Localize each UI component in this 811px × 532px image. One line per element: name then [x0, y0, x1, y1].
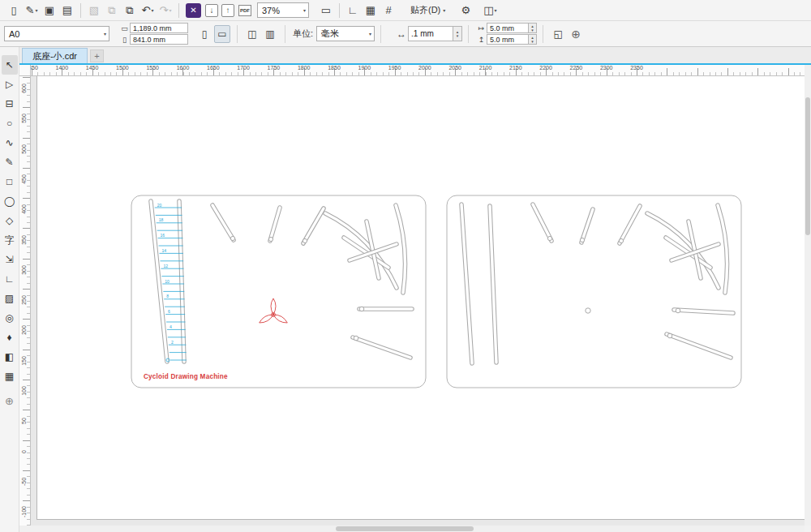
center-hole[interactable]: [586, 308, 590, 313]
vertical-scrollbar[interactable]: [805, 65, 811, 526]
treat-as-filled-button[interactable]: ◱: [550, 25, 566, 43]
duplicate-y-field[interactable]: 5.0 mm: [487, 34, 529, 45]
window-layout-button[interactable]: ◫▾: [481, 2, 499, 19]
page-height-field[interactable]: 841.0 mm: [130, 34, 188, 45]
coreldraw-window: ▯✎▾▣▤▧⧉⧉↶▾↷▾✕↓↑PDF37%▾▭∟▦#贴齐(D)▾⚙◫▾ A0 ▾…: [0, 0, 811, 532]
interactive-fill-tool[interactable]: ◧: [2, 347, 18, 367]
snap-to-select[interactable]: 贴齐(D)▾: [407, 2, 448, 19]
zoom-tool[interactable]: ○: [2, 114, 18, 133]
stepper-down-icon[interactable]: ▾: [453, 34, 461, 38]
separator: [543, 25, 543, 43]
duplicate-x-stepper[interactable]: ▴ ▾: [529, 23, 537, 33]
chevron-down-icon: ▾: [151, 7, 153, 13]
page-size-select[interactable]: A0 ▾: [4, 26, 109, 41]
svg-text:10: 10: [165, 279, 169, 284]
freehand-tool[interactable]: ∿: [2, 133, 18, 152]
app-sign-in-button[interactable]: ✕: [186, 3, 201, 18]
duplicate-y-stepper[interactable]: ▴ ▾: [529, 34, 537, 45]
publish-pdf-button[interactable]: PDF: [236, 2, 254, 19]
horizontal-scrollbar[interactable]: [19, 526, 805, 532]
ruler-tick-label: 1700: [235, 65, 251, 71]
portrait-button[interactable]: ▯: [196, 25, 212, 43]
pick-tool[interactable]: ↖: [2, 55, 18, 75]
duplicate-distance: ↦ 5.0 mm ▴ ▾ ↥ 5.0 mm ▴ ▾: [476, 23, 537, 45]
ruler-tick-label: 2250: [568, 65, 584, 71]
plate-title-text[interactable]: Cycloid Drawing Machine: [144, 373, 228, 380]
ruler-origin[interactable]: [19, 65, 31, 76]
vertical-ruler[interactable]: 600550500450400350300250200150100500-50-…: [19, 76, 31, 526]
more-tools-button[interactable]: ⊕: [2, 391, 18, 410]
print-button[interactable]: ▤: [58, 2, 76, 19]
separator: [80, 3, 81, 18]
shape-tool[interactable]: ▷: [2, 75, 18, 94]
contour-tool[interactable]: ◎: [2, 308, 18, 328]
chevron-down-icon: ▾: [494, 7, 496, 13]
save-button[interactable]: ▣: [41, 2, 58, 19]
copy-button[interactable]: ⧉: [121, 2, 139, 19]
svg-text:12: 12: [163, 264, 168, 268]
ruler-tick-label: 2100: [478, 65, 494, 71]
eyedropper-tool[interactable]: ♦: [2, 328, 18, 347]
ruler-tick-label: 100: [20, 383, 28, 399]
ruler-tick-label: 1750: [265, 65, 281, 71]
show-rulers-button[interactable]: ∟: [344, 2, 362, 19]
duplicate-y-icon: ↥: [476, 36, 487, 44]
ruler-tick-label: -50: [20, 474, 28, 490]
open-button[interactable]: ✎▾: [23, 2, 41, 19]
new-tab-button[interactable]: +: [90, 49, 104, 62]
nudge-icon: ↔: [395, 28, 408, 40]
nudge-stepper[interactable]: ▴ ▾: [453, 26, 462, 41]
vertical-scrollbar-thumb[interactable]: [805, 97, 810, 235]
plus-circle-icon: ⊕: [571, 28, 581, 41]
text-tool[interactable]: 字: [2, 230, 18, 250]
nudge-field[interactable]: .1 mm: [408, 26, 453, 41]
ruler-tick-label: 1450: [84, 65, 101, 71]
options-button[interactable]: ⚙: [457, 2, 474, 19]
parallel-dimension-tool[interactable]: ⇲: [2, 250, 18, 269]
show-guidelines-button[interactable]: #: [380, 2, 397, 19]
import-button[interactable]: ↓: [205, 4, 218, 17]
polygon-tool[interactable]: ◇: [2, 211, 18, 230]
drawing-area[interactable]: 2018161412108642 Cycloid Drawing Machine: [31, 76, 805, 526]
landscape-button[interactable]: ▭: [214, 25, 230, 43]
drawing-canvas[interactable]: 2018161412108642 Cycloid Drawing Machine: [31, 76, 805, 526]
mesh-fill-tool[interactable]: ▦: [2, 367, 18, 386]
artistic-media-tool[interactable]: ✎: [2, 152, 18, 172]
stepper-down-icon[interactable]: ▾: [529, 28, 536, 32]
paste-button: ▧: [85, 2, 103, 19]
all-pages-button[interactable]: ◫: [244, 25, 260, 43]
ruler-tick-label: 1950: [387, 65, 403, 71]
tab-title: 底座-小.cdr: [32, 51, 77, 61]
ruler-tick-label: -100: [20, 504, 28, 520]
add-control-button[interactable]: ⊕: [568, 25, 584, 43]
horizontal-ruler[interactable]: 1350140014501500155016001650170017501800…: [31, 65, 805, 76]
export-button[interactable]: ↑: [221, 4, 234, 17]
page-sorter-button[interactable]: ▥: [262, 25, 278, 43]
undo-button[interactable]: ↶▾: [139, 2, 157, 19]
ruler-tick-label: 1350: [31, 65, 40, 71]
units-select[interactable]: 毫米 ▾: [316, 26, 375, 41]
svg-text:6: 6: [168, 309, 170, 314]
duplicate-x-field[interactable]: 5.0 mm: [487, 23, 529, 33]
horizontal-scrollbar-thumb[interactable]: [336, 526, 474, 531]
chevron-down-icon: ▾: [303, 7, 306, 13]
tab-document[interactable]: 底座-小.cdr: [22, 48, 88, 63]
stepper-down-icon[interactable]: ▾: [529, 40, 536, 44]
drop-shadow-tool[interactable]: ▨: [2, 289, 18, 308]
new-document-button[interactable]: ▯: [5, 2, 23, 19]
ruler-tick-label: 50: [20, 413, 28, 429]
show-grid-button[interactable]: ▦: [362, 2, 380, 19]
zoom-level-select[interactable]: 37%▾: [257, 2, 309, 18]
crop-tool[interactable]: ⊟: [2, 94, 18, 114]
svg-text:20: 20: [157, 203, 162, 208]
portrait-icon: ▯: [202, 28, 208, 40]
page-dimensions: ▭ 1,189.0 mm ▯ 841.0 mm: [119, 23, 188, 45]
ruler-tick-label: 350: [20, 232, 28, 248]
connector-tool[interactable]: ∟: [2, 269, 18, 289]
rectangle-tool[interactable]: □: [2, 172, 18, 191]
page-width-field[interactable]: 1,189.0 mm: [130, 23, 188, 33]
fullscreen-preview-button[interactable]: ▭: [317, 2, 335, 19]
separator: [339, 3, 340, 18]
ellipse-tool[interactable]: ◯: [2, 191, 18, 211]
standard-toolbar: ▯✎▾▣▤▧⧉⧉↶▾↷▾✕↓↑PDF37%▾▭∟▦#贴齐(D)▾⚙◫▾: [0, 0, 811, 21]
